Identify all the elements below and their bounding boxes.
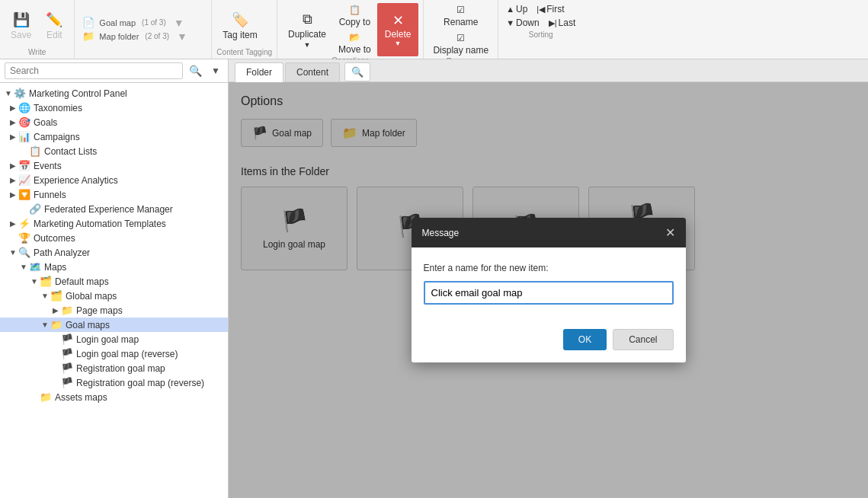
modal-body: Enter a name for the new item: (412, 247, 686, 329)
breadcrumb-section: 📄 Goal map (1 of 3) ▼ 📁 Map folder (2 of… (75, 0, 212, 59)
save-button[interactable]: 💾 Save (5, 3, 37, 48)
sidebar-item-label: Federated Experience Manager (44, 204, 225, 215)
copy-move-group: 📋 Copy to 📂 Move to (334, 3, 376, 56)
sidebar-item-label: Login goal map (76, 334, 225, 345)
goals-icon: 🎯 (18, 117, 30, 128)
sidebar-item-experience-analytics[interactable]: ▶ 📈 Experience Analytics (0, 173, 228, 187)
sidebar-item-assets-maps[interactable]: 📁 Assets maps (0, 390, 228, 404)
sidebar-item-funnels[interactable]: ▶ 🔽 Funnels (0, 187, 228, 202)
sidebar-item-global-maps[interactable]: ▼ 🗂️ Global maps (0, 289, 228, 303)
edit-button[interactable]: ✏️ Edit (39, 3, 69, 48)
sidebar-item-label: Events (34, 161, 225, 171)
down-button[interactable]: ▼ Down (503, 17, 543, 29)
sidebar-item-goal-maps[interactable]: ▼ 📁 Goal maps (0, 318, 228, 332)
sidebar-item-contact-lists[interactable]: 📋 Contact Lists (0, 144, 228, 158)
sidebar-item-registration-goal-map-reverse[interactable]: 🏴 Registration goal map (reverse) (0, 375, 228, 390)
tab-bar: Folder Content 🔍 (229, 59, 868, 82)
breadcrumb2-expand-icon[interactable]: ▼ (177, 30, 187, 43)
search-input[interactable] (5, 62, 183, 79)
toggle-icon: ▼ (40, 292, 50, 300)
sidebar-item-page-maps[interactable]: ▶ 📁 Page maps (0, 303, 228, 318)
sidebar-item-label: Goals (34, 117, 225, 128)
duplicate-button[interactable]: ⧉ Duplicate ▼ (282, 3, 332, 56)
duplicate-icon: ⧉ (303, 11, 312, 27)
contact-lists-icon: 📋 (29, 145, 41, 157)
automation-icon: ⚡ (18, 218, 30, 229)
tab-search-button[interactable]: 🔍 (344, 62, 370, 81)
first-button[interactable]: |◀ First (533, 3, 567, 15)
write-group: 💾 Save ✏️ Edit Write (0, 0, 75, 59)
toggle-icon: ▶ (8, 132, 18, 141)
up-button[interactable]: ▲ Up (503, 3, 530, 15)
outcomes-icon: 🏆 (18, 232, 30, 244)
operations-group: ⧉ Duplicate ▼ 📋 Copy to 📂 Move to ✕ Dele… (277, 0, 424, 59)
ok-button[interactable]: OK (563, 329, 607, 350)
delete-button[interactable]: ✕ Delete ▼ (377, 3, 419, 56)
sorting-group: ▲ Up |◀ First ▼ Down ▶| Last Sorting (498, 0, 583, 59)
page-maps-icon: 📁 (61, 305, 73, 316)
sidebar-item-marketing-automation[interactable]: ▶ ⚡ Marketing Automation Templates (0, 216, 228, 231)
sidebar-item-registration-goal-map[interactable]: 🏴 Registration goal map (0, 361, 228, 375)
sidebar-item-maps[interactable]: ▼ 🗺️ Maps (0, 260, 228, 274)
modal-close-button[interactable]: ✕ (665, 225, 675, 240)
toggle-icon: ▼ (18, 263, 29, 271)
toggle-icon: ▶ (50, 306, 61, 314)
path-analyzer-icon: 🔍 (18, 247, 30, 258)
funnels-icon: 🔽 (18, 189, 30, 200)
goal-maps-icon: 📁 (50, 319, 62, 330)
toggle-icon: ▶ (8, 176, 18, 184)
sidebar-tree: ▼ ⚙️ Marketing Control Panel ▶ 🌐 Taxonom… (0, 83, 228, 498)
search-icon[interactable]: 🔍 (186, 63, 205, 78)
cancel-button[interactable]: Cancel (613, 329, 673, 350)
sidebar-item-label: Registration goal map (76, 363, 225, 374)
sidebar-item-campaigns[interactable]: ▶ 📊 Campaigns (0, 129, 228, 144)
tag-item-button[interactable]: 🏷️ Tag item (216, 3, 263, 48)
rename-button[interactable]: ☑ Rename (428, 3, 493, 29)
sidebar-item-label: Page maps (76, 305, 225, 316)
taxonomies-icon: 🌐 (18, 102, 30, 113)
tag-icon: 🏷️ (232, 11, 248, 28)
sidebar-item-outcomes[interactable]: 🏆 Outcomes (0, 231, 228, 245)
sidebar-item-default-maps[interactable]: ▼ 🗂️ Default maps (0, 274, 228, 289)
sidebar-item-label: Experience Analytics (34, 175, 225, 186)
move-to-button[interactable]: 📂 Move to (334, 30, 376, 56)
tab-content[interactable]: Content (285, 62, 340, 81)
modal-name-input[interactable] (424, 281, 674, 305)
registration-goal-reverse-icon: 🏴 (61, 377, 73, 388)
rename-group: ☑ Rename ☑ Display name Rename (424, 0, 498, 59)
display-name-button[interactable]: ☑ Display name (428, 31, 493, 57)
copy-to-button[interactable]: 📋 Copy to (334, 3, 376, 29)
toggle-icon: ▶ (8, 190, 18, 199)
modal-overlay: Message ✕ Enter a name for the new item:… (229, 82, 868, 498)
main-layout: 🔍 ▼ ▼ ⚙️ Marketing Control Panel ▶ 🌐 Tax… (0, 59, 868, 498)
toggle-icon: ▼ (3, 89, 14, 97)
sidebar-item-login-goal-map[interactable]: 🏴 Login goal map (0, 332, 228, 346)
sidebar-item-events[interactable]: ▶ 📅 Events (0, 158, 228, 173)
sidebar-item-label: Campaigns (34, 132, 225, 142)
content-area: Folder Content 🔍 Options 🏴 Goal map 📁 Ma… (229, 59, 868, 498)
sidebar-item-federated-exp[interactable]: 🔗 Federated Experience Manager (0, 202, 228, 216)
sidebar-item-goals[interactable]: ▶ 🎯 Goals (0, 115, 228, 129)
modal-footer: OK Cancel (412, 329, 686, 362)
modal-label: Enter a name for the new item: (424, 263, 674, 273)
content-tagging-group: 🏷️ Tag item Content Tagging (212, 0, 277, 59)
breadcrumb-expand-icon[interactable]: ▼ (174, 17, 184, 29)
sidebar-item-taxonomies[interactable]: ▶ 🌐 Taxonomies (0, 101, 228, 115)
sidebar-item-label: Funnels (34, 190, 225, 200)
content-tagging-label: Content Tagging (216, 48, 272, 59)
sidebar-item-marketing-control-panel[interactable]: ▼ ⚙️ Marketing Control Panel (0, 86, 228, 101)
mcp-icon: ⚙️ (14, 88, 26, 99)
toggle-icon: ▶ (8, 118, 18, 126)
toggle-icon: ▶ (8, 219, 18, 228)
tab-folder[interactable]: Folder (235, 62, 283, 82)
search-dropdown-icon[interactable]: ▼ (208, 64, 223, 78)
delete-icon: ✕ (392, 12, 404, 29)
sidebar-item-path-analyzer[interactable]: ▼ 🔍 Path Analyzer (0, 245, 228, 260)
toggle-icon: ▼ (40, 321, 50, 329)
toggle-icon: ▶ (8, 104, 18, 112)
sidebar-item-login-goal-map-reverse[interactable]: 🏴 Login goal map (reverse) (0, 346, 228, 361)
last-button[interactable]: ▶| Last (546, 17, 579, 29)
sidebar-item-label: Marketing Control Panel (29, 88, 225, 99)
goal-map-icon: 📄 (82, 17, 94, 28)
default-maps-icon: 🗂️ (40, 276, 52, 287)
